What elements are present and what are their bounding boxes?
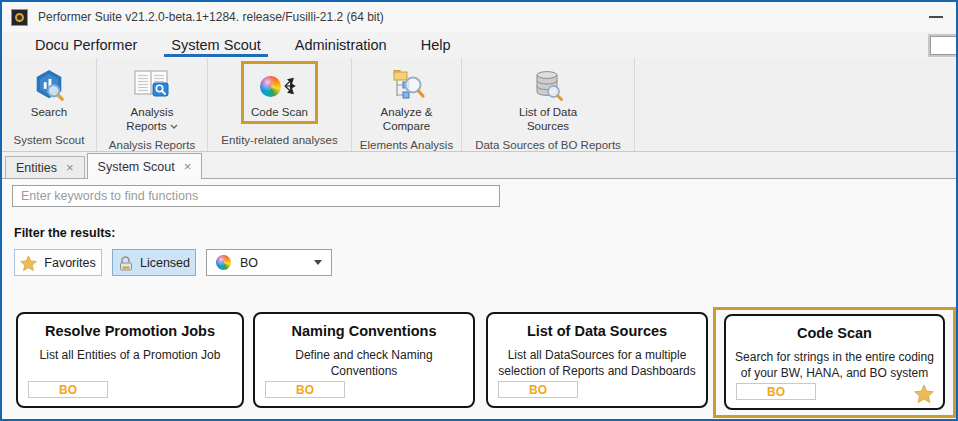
analysis-reports-icon xyxy=(132,67,172,105)
tab-system-scout[interactable]: System Scout × xyxy=(87,153,203,179)
bo-sphere-icon xyxy=(216,255,231,270)
code-scan-highlight-box: Code Scan Search for strings in the enti… xyxy=(713,307,956,418)
card-title: Resolve Promotion Jobs xyxy=(18,323,242,339)
function-card-list-of-data-sources[interactable]: List of Data Sources List all DataSource… xyxy=(486,312,708,408)
star-icon xyxy=(20,255,37,271)
document-tab-bar: Entities × System Scout × xyxy=(2,152,956,179)
function-card-code-scan[interactable]: Code Scan Search for strings in the enti… xyxy=(724,314,945,410)
card-description: Search for strings in the entire coding … xyxy=(726,350,943,381)
lock-icon xyxy=(118,255,133,271)
main-content: Filter the results: Favorites Licensed B… xyxy=(2,179,956,419)
filter-results-label: Filter the results: xyxy=(14,226,115,240)
ribbon-group-entity-analyses: Code Scan Entity-related analyses xyxy=(208,58,352,151)
system-badge: BO xyxy=(28,381,108,398)
ribbon-list-data-sources-button[interactable]: List of Data Sources xyxy=(509,61,587,139)
tab-label: Entities xyxy=(16,161,57,175)
search-hexagon-icon xyxy=(31,67,67,105)
function-card-naming-conventions[interactable]: Naming Conventions Define and check Nami… xyxy=(253,312,475,408)
menu-item-administration[interactable]: Administration xyxy=(278,32,404,58)
scope-dropdown-value: BO xyxy=(240,256,258,270)
app-window: Performer Suite v21.2.0-beta.1+1284. rel… xyxy=(0,0,958,421)
ribbon-group-system-scout: Search System Scout xyxy=(2,58,97,151)
ribbon-group-label: Analysis Reports xyxy=(97,139,207,151)
close-icon[interactable]: × xyxy=(66,161,74,174)
card-title: Code Scan xyxy=(726,325,943,341)
menu-bar: Docu Performer System Scout Administrati… xyxy=(2,32,956,58)
ribbon-group-label: Entity-related analyses xyxy=(208,134,351,151)
card-description: Define and check Naming Conventions xyxy=(255,348,473,379)
title-bar: Performer Suite v21.2.0-beta.1+1284. rel… xyxy=(2,2,956,32)
ribbon-button-label: Code Scan xyxy=(251,105,308,119)
system-badge: BO xyxy=(265,381,345,398)
ribbon-analyze-compare-button[interactable]: Analyze & Compare xyxy=(371,61,443,139)
ribbon-button-label: List of Data Sources xyxy=(519,105,577,134)
ribbon-empty-area xyxy=(635,58,956,151)
ribbon-button-label: Analyze & Compare xyxy=(381,105,433,134)
ribbon-button-label: Search xyxy=(31,105,67,119)
card-description: List all DataSources for a multiple sele… xyxy=(488,348,706,379)
analyze-compare-icon xyxy=(388,67,426,105)
ribbon-analysis-reports-button[interactable]: Analysis Reports xyxy=(116,61,187,139)
ribbon-group-label: Elements Analysis xyxy=(352,139,461,151)
card-title: Naming Conventions xyxy=(255,323,473,339)
app-logo-icon xyxy=(11,9,28,26)
favorite-star-icon[interactable] xyxy=(914,384,934,403)
ribbon-search-button[interactable]: Search xyxy=(21,61,77,124)
menu-item-system-scout[interactable]: System Scout xyxy=(154,32,277,58)
code-scan-icon xyxy=(260,67,300,105)
ribbon-group-label: Data Sources of BO Reports xyxy=(462,139,634,151)
favorites-label: Favorites xyxy=(44,256,95,270)
ribbon: Search System Scout xyxy=(2,58,956,152)
function-card-resolve-promotion-jobs[interactable]: Resolve Promotion Jobs List all Entities… xyxy=(16,312,244,408)
system-badge: BO xyxy=(736,383,816,400)
close-icon[interactable]: × xyxy=(184,160,192,173)
menu-item-docu-performer[interactable]: Docu Performer xyxy=(18,32,154,58)
minimize-icon[interactable] xyxy=(929,16,943,18)
ribbon-group-label: System Scout xyxy=(2,134,96,151)
ribbon-button-label: Analysis Reports xyxy=(126,105,177,134)
window-title: Performer Suite v21.2.0-beta.1+1284. rel… xyxy=(38,10,384,24)
chevron-down-icon xyxy=(314,260,322,265)
ribbon-group-elements-analysis: Analyze & Compare Elements Analysis xyxy=(352,58,462,151)
card-title: List of Data Sources xyxy=(488,323,706,339)
ribbon-group-analysis-reports: Analysis Reports Analysis Reports xyxy=(97,58,208,151)
titlebar-search-box[interactable] xyxy=(930,36,958,55)
system-badge: BO xyxy=(498,381,578,398)
licensed-label: Licensed xyxy=(140,256,190,270)
favorites-filter-button[interactable]: Favorites xyxy=(14,249,102,276)
licensed-filter-button[interactable]: Licensed xyxy=(112,249,196,276)
ribbon-code-scan-button[interactable]: Code Scan xyxy=(241,61,318,124)
database-search-icon xyxy=(530,67,566,105)
tab-label: System Scout xyxy=(98,160,175,174)
tab-entities[interactable]: Entities × xyxy=(5,156,85,178)
chevron-down-icon xyxy=(170,124,178,129)
keyword-search-input[interactable] xyxy=(12,185,500,207)
card-description: List all Entities of a Promotion Job xyxy=(18,348,242,364)
scope-dropdown[interactable]: BO xyxy=(206,249,332,276)
ribbon-group-data-sources: List of Data Sources Data Sources of BO … xyxy=(462,58,635,151)
menu-item-help[interactable]: Help xyxy=(404,32,468,58)
